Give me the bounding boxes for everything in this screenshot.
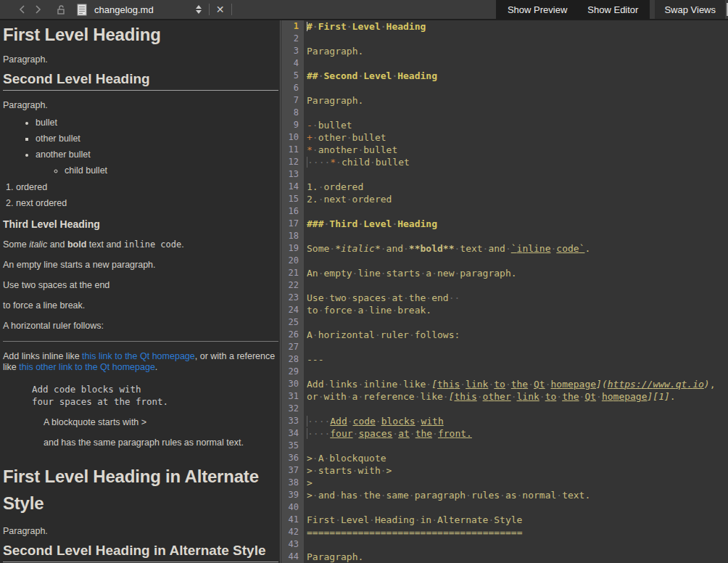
toolbar: changelog.md ✕ Show Preview Show Editor … [0, 0, 728, 20]
editor-line[interactable]: 13 [281, 168, 728, 181]
editor-line[interactable]: 31or·with·a·reference·like·[this·other·l… [281, 390, 728, 403]
editor-line[interactable]: 16 [281, 205, 728, 218]
preview-paragraph: Paragraph. [3, 526, 278, 537]
line-number: 41 [281, 514, 304, 526]
editor-line[interactable]: 24to·force·a·line·break. [281, 304, 728, 316]
line-number: 18 [281, 230, 304, 242]
line-number: 7 [281, 94, 304, 107]
editor-line[interactable]: 2 [281, 33, 728, 45]
editor-line[interactable]: 30Add·links·inline·like·[this·link·to·th… [281, 378, 728, 390]
editor-line[interactable]: 9-·bullet [281, 119, 728, 131]
editor-line[interactable]: 6 [281, 82, 728, 94]
show-preview-button[interactable]: Show Preview [508, 4, 567, 15]
line-number: 30 [281, 378, 304, 390]
back-icon[interactable] [19, 4, 25, 15]
editor-line[interactable]: 35 [281, 440, 728, 452]
editor-line[interactable]: 21An·empty·line·starts·a·new·paragraph. [281, 267, 728, 279]
line-number: 16 [281, 205, 304, 218]
editor-line[interactable]: 32 [281, 403, 728, 415]
editor-line[interactable]: 5##·Second·Level·Heading [281, 70, 728, 82]
preview-paragraph: A horizontal ruler follows: [3, 321, 278, 332]
editor-line[interactable]: 7Paragraph. [281, 94, 728, 107]
preview-h1: First Level Heading [3, 25, 278, 45]
line-number: 21 [281, 267, 304, 279]
updown-icon[interactable] [196, 5, 202, 14]
editor-line[interactable]: 26A·horizontal·ruler·follows: [281, 329, 728, 341]
tab-filename[interactable]: changelog.md [94, 4, 154, 15]
line-number: 33 [281, 415, 304, 427]
editor-line[interactable]: 19Some·*italic*·and·**bold**·text·and·`i… [281, 242, 728, 255]
horizontal-rule [3, 341, 278, 342]
line-number: 8 [281, 107, 304, 119]
swap-views-group: Swap Views [655, 0, 725, 19]
editor-pane[interactable]: 1#·First·Level·Heading23Paragraph.45##·S… [281, 20, 728, 563]
line-number: 26 [281, 329, 304, 341]
line-number: 2 [281, 33, 304, 45]
line-number: 39 [281, 489, 304, 501]
line-number: 44 [281, 551, 304, 563]
editor-line[interactable]: 12····*·child·bullet [281, 156, 728, 168]
editor-line[interactable]: 10+·other·bullet [281, 131, 728, 144]
editor-line[interactable]: 38> [281, 477, 728, 489]
editor-line[interactable]: 3Paragraph. [281, 45, 728, 57]
preview-h2-alt: Second Level Heading in Alternate Style [3, 545, 278, 562]
line-number: 25 [281, 316, 304, 329]
line-number: 19 [281, 242, 304, 255]
editor-line[interactable]: 4 [281, 57, 728, 70]
editor-line[interactable]: 28--- [281, 353, 728, 366]
line-number: 6 [281, 82, 304, 94]
editor-line[interactable]: 43 [281, 538, 728, 551]
editor-line[interactable]: 34····four·spaces·at·the·front. [281, 427, 728, 440]
editor-line[interactable]: 27 [281, 341, 728, 353]
preview-pane: First Level Heading Paragraph. Second Le… [0, 20, 281, 563]
editor-line[interactable]: 40 [281, 501, 728, 514]
editor-line[interactable]: 44Paragraph. [281, 551, 728, 563]
editor-line[interactable]: 11*·another·bullet [281, 144, 728, 156]
editor-line[interactable]: 36>·A·blockquote [281, 452, 728, 464]
unlock-icon[interactable] [56, 4, 66, 15]
editor-line[interactable]: 22 [281, 279, 728, 292]
editor-line[interactable]: 41First·Level·Heading·in·Alternate·Style [281, 514, 728, 526]
forward-icon[interactable] [35, 4, 41, 15]
line-number: 13 [281, 168, 304, 181]
editor-line[interactable]: 141.·ordered [281, 181, 728, 193]
list-item: other bullet [36, 133, 278, 144]
editor-line[interactable]: 37>·starts·with·> [281, 464, 728, 477]
line-number: 11 [281, 144, 304, 156]
editor-line[interactable]: 39>·and·has·the·same·paragraph·rules·as·… [281, 489, 728, 501]
preview-h2: Second Level Heading [3, 73, 278, 91]
editor-line[interactable]: 29 [281, 366, 728, 378]
line-number: 5 [281, 70, 304, 82]
editor-line[interactable]: 18 [281, 230, 728, 242]
editor-line[interactable]: 25 [281, 316, 728, 329]
line-number: 40 [281, 501, 304, 514]
show-editor-button[interactable]: Show Editor [587, 4, 638, 15]
line-number: 20 [281, 255, 304, 267]
preview-paragraph: Use two spaces at the end [3, 280, 278, 291]
close-icon[interactable]: ✕ [216, 4, 225, 15]
qt-homepage-reference-link[interactable]: this other link to the Qt homepage [19, 362, 155, 372]
editor-line[interactable]: 23Use·two·spaces·at·the·end·· [281, 292, 728, 304]
editor-line[interactable]: 152.·next·ordered [281, 193, 728, 205]
italic-text: italic [29, 239, 47, 250]
editor-line[interactable]: 33····Add·code·blocks·with [281, 415, 728, 427]
editor-line[interactable]: 42====================================== [281, 526, 728, 538]
editor-line[interactable]: 20 [281, 255, 728, 267]
line-number: 22 [281, 279, 304, 292]
editor-line[interactable]: 1#·First·Level·Heading [281, 20, 728, 33]
editor-line[interactable]: 17###·Third·Level·Heading [281, 218, 728, 230]
swap-views-button[interactable]: Swap Views [664, 4, 716, 15]
line-number: 36 [281, 452, 304, 464]
line-number: 23 [281, 292, 304, 304]
line-number: 10 [281, 131, 304, 144]
line-number: 1 [281, 20, 304, 33]
line-number: 32 [281, 403, 304, 415]
line-number: 27 [281, 341, 304, 353]
line-number: 38 [281, 477, 304, 489]
list-item-child: child bullet [65, 165, 278, 176]
preview-ordered-list: ordered next ordered [3, 182, 278, 209]
qt-homepage-link[interactable]: this link to the Qt homepage [82, 351, 195, 361]
line-number: 15 [281, 193, 304, 205]
toolbar-separator [231, 4, 232, 15]
editor-line[interactable]: 8 [281, 107, 728, 119]
